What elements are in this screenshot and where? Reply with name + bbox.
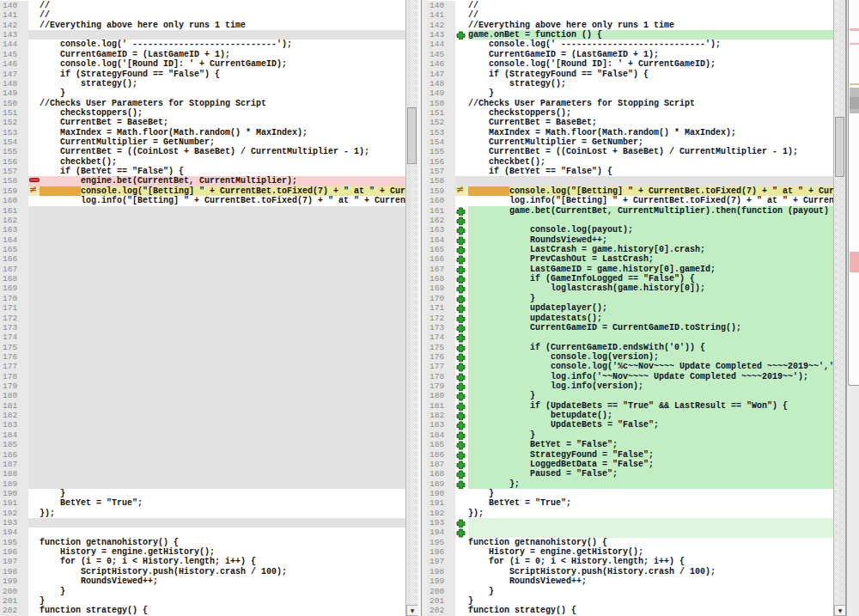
code-line[interactable]: strategy(); (468, 79, 833, 88)
code-line[interactable] (40, 362, 405, 371)
code-line[interactable]: for (i = 0; i < History.length; i++) { (40, 557, 405, 566)
code-line[interactable] (40, 352, 405, 362)
code-line[interactable] (468, 216, 833, 225)
code-line[interactable] (40, 469, 405, 479)
code-line[interactable]: } (468, 430, 833, 440)
code-line[interactable] (40, 391, 405, 400)
code-line[interactable] (40, 460, 405, 469)
code-line[interactable]: Paused = "False"; (468, 469, 833, 479)
code-line[interactable]: // (468, 1, 833, 10)
code-line[interactable]: log.info("[Betting] " + CurrentBet.toFix… (468, 196, 833, 205)
code-line[interactable]: console.log(payout); (468, 225, 833, 235)
code-line[interactable] (40, 235, 405, 245)
code-line[interactable]: } (468, 391, 833, 400)
code-line[interactable]: CurrentGameID = CurrentGameID.toString()… (468, 323, 833, 332)
code-line[interactable]: }); (40, 509, 405, 518)
code-line[interactable]: if (BetYet == "False") { (40, 167, 405, 176)
code-line[interactable]: CurrentGameID = (LastGameID + 1); (468, 50, 833, 59)
code-line[interactable]: checkbet(); (40, 157, 405, 167)
code-line[interactable]: PrevCashOut = LastCrash; (468, 254, 833, 264)
code-line[interactable] (40, 401, 405, 411)
code-line[interactable]: for (i = 0; i < History.length; i++) { (468, 557, 833, 566)
code-line[interactable]: History = engine.getHistory(); (468, 547, 833, 557)
code-line[interactable]: //Checks User Parameters for Stopping Sc… (468, 99, 833, 108)
code-line[interactable] (40, 381, 405, 391)
code-line[interactable] (468, 176, 833, 186)
code-line[interactable]: if (StrategyFound == "False") { (468, 70, 833, 79)
code-line[interactable]: CurrentBet = BaseBet; (40, 118, 405, 127)
code-line[interactable]: } (468, 88, 833, 98)
code-line[interactable]: if (GameInfoLogged == "False") { (468, 274, 833, 284)
code-line[interactable]: console.log(' --------------------------… (468, 40, 833, 49)
code-line[interactable]: } (468, 596, 833, 606)
code-line[interactable] (40, 440, 405, 449)
pane-splitter[interactable] (417, 0, 427, 616)
code-line[interactable]: RoundsViewed++; (468, 576, 833, 586)
right-scroll-down-button[interactable]: ▼ (834, 605, 846, 616)
code-line[interactable] (40, 294, 405, 303)
code-line[interactable]: if (BetYet == "False") { (468, 167, 833, 176)
code-line[interactable] (40, 528, 405, 537)
code-line[interactable]: checkstoppers(); (468, 108, 833, 118)
code-line[interactable]: strategy(); (40, 79, 405, 88)
code-line[interactable]: CurrentBet = ((CoinLost + BaseBet) / Cur… (468, 147, 833, 156)
code-line[interactable]: console.log("[Betting] " + CurrentBet.to… (40, 186, 405, 196)
code-line[interactable]: //Everything above here only runs 1 time (40, 21, 405, 30)
code-line[interactable]: if (CurrentGameID.endsWith('0')) { (468, 343, 833, 352)
code-line[interactable]: function getnanohistory() { (40, 538, 405, 547)
code-line[interactable]: game.bet(CurrentBet, CurrentMultiplier).… (468, 206, 833, 216)
code-line[interactable]: //Everything above here only runs 1 time (468, 21, 833, 30)
code-line[interactable] (40, 372, 405, 381)
code-line[interactable]: log.info(version); (468, 381, 833, 391)
code-line[interactable]: updateplayer(); (468, 303, 833, 313)
code-line[interactable] (40, 420, 405, 430)
right-scrollbar-thumb[interactable] (835, 117, 844, 177)
code-line[interactable]: RoundsViewed++; (40, 576, 405, 586)
code-line[interactable] (40, 430, 405, 440)
code-line[interactable]: } (40, 88, 405, 98)
code-line[interactable] (468, 528, 833, 537)
code-line[interactable]: console.log('[Round ID]: ' + CurrentGame… (40, 59, 405, 69)
code-line[interactable]: console.log(' --------------------------… (40, 40, 405, 49)
code-line[interactable] (40, 274, 405, 284)
code-line[interactable] (40, 245, 405, 254)
code-line[interactable] (40, 284, 405, 293)
code-line[interactable]: // (40, 10, 405, 20)
code-line[interactable]: LastCrash = game.history[0].crash; (468, 245, 833, 254)
code-line[interactable]: BetYet = "True"; (468, 498, 833, 508)
code-line[interactable]: } (468, 489, 833, 498)
code-line[interactable] (468, 332, 833, 342)
left-editor-pane[interactable]: 140//141//142//Everything above here onl… (0, 0, 405, 616)
code-line[interactable]: ScriptHistory.push(History.crash / 100); (40, 567, 405, 576)
code-line[interactable]: checkbet(); (468, 157, 833, 167)
code-line[interactable]: BetYet = "False"; (468, 440, 833, 449)
code-line[interactable]: CurrentBet = ((CoinLost + BaseBet) / Cur… (40, 147, 405, 156)
code-line[interactable] (40, 411, 405, 420)
code-line[interactable]: console.log('[Round ID]: ' + CurrentGame… (468, 59, 833, 69)
code-line[interactable]: betupdate(); (468, 411, 833, 420)
code-line[interactable]: log.info("[Betting] " + CurrentBet.toFix… (40, 196, 405, 205)
code-line[interactable]: CurrentMultiplier = GetNumber; (468, 137, 833, 147)
code-line[interactable]: MaxIndex = Math.floor(Math.random() * Ma… (40, 128, 405, 137)
code-line[interactable] (40, 479, 405, 489)
code-line[interactable] (40, 206, 405, 216)
code-line[interactable]: StrategyFound = "False"; (468, 450, 833, 460)
code-line[interactable]: } (40, 587, 405, 596)
right-scrollbar[interactable]: ▼ (833, 0, 845, 616)
code-line[interactable]: UpdateBets = "False"; (468, 420, 833, 430)
code-line[interactable]: updatestats(); (468, 314, 833, 323)
code-line[interactable]: CurrentMultiplier = GetNumber; (40, 137, 405, 147)
left-scroll-down-button[interactable]: ▼ (406, 605, 418, 616)
code-line[interactable]: console.log(version); (468, 352, 833, 362)
code-line[interactable]: function strategy() { (40, 606, 405, 615)
code-line[interactable] (40, 518, 405, 528)
code-line[interactable] (40, 254, 405, 264)
code-line[interactable] (40, 332, 405, 342)
code-line[interactable]: RoundsViewed++; (468, 235, 833, 245)
code-line[interactable]: CurrentBet = BaseBet; (468, 118, 833, 127)
code-line[interactable]: if (StrategyFound == "False") { (40, 70, 405, 79)
code-line[interactable] (40, 216, 405, 225)
code-line[interactable]: // (468, 10, 833, 20)
code-line[interactable] (40, 343, 405, 352)
code-line[interactable]: function getnanohistory() { (468, 538, 833, 547)
